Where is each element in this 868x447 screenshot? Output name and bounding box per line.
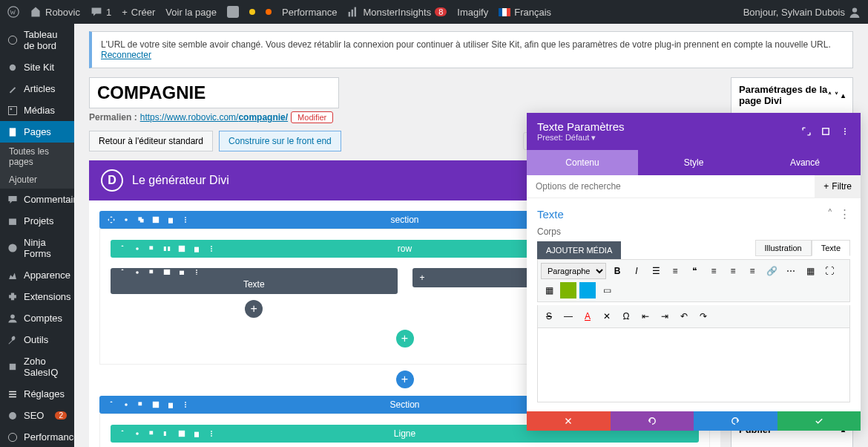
modal-header[interactable]: Texte Paramètres Preset: Défaut ▾ (527, 113, 861, 150)
align-left-icon[interactable]: ≡ (706, 263, 722, 279)
sidebar-apparence[interactable]: Apparence (0, 264, 74, 286)
table-icon[interactable]: ▦ (802, 263, 818, 279)
editor-tab-illustration[interactable]: Illustration (755, 240, 812, 256)
ul-icon[interactable]: ☰ (648, 263, 664, 279)
more-icon[interactable] (181, 400, 190, 409)
editor-tab-texte[interactable]: Texte (812, 240, 850, 256)
copy-icon[interactable] (137, 400, 145, 409)
permalink-edit-button[interactable]: Modifier (291, 111, 333, 123)
sidebar-projets[interactable]: Projets (0, 210, 74, 232)
save-button[interactable] (777, 411, 861, 431)
gear-icon[interactable] (133, 244, 142, 253)
italic-icon[interactable]: I (628, 263, 645, 279)
move-icon[interactable] (118, 429, 127, 438)
fullscreen-icon[interactable]: ⛶ (821, 263, 838, 279)
cancel-button[interactable] (527, 411, 611, 431)
ol-icon[interactable]: ≡ (667, 263, 683, 279)
special-icon[interactable]: Ω (618, 308, 634, 324)
outdent-icon[interactable]: ⇤ (637, 308, 654, 324)
more-icon[interactable] (207, 429, 216, 438)
view-page[interactable]: Voir la page (165, 7, 217, 18)
save-icon[interactable] (177, 244, 186, 253)
indent-icon[interactable]: ⇥ (657, 308, 673, 324)
color-icon[interactable] (560, 282, 576, 298)
undo-button[interactable] (611, 411, 694, 431)
sidebar-outils[interactable]: Outils (0, 329, 74, 350)
snap-icon[interactable] (821, 126, 831, 137)
link-icon[interactable]: 🔗 (763, 263, 780, 279)
editor-textarea[interactable] (537, 328, 850, 402)
copy-icon[interactable] (137, 215, 145, 224)
copy-icon[interactable] (148, 244, 157, 253)
tab-contenu[interactable]: Contenu (527, 150, 638, 175)
more-icon[interactable]: ⋮ (839, 207, 850, 221)
save-icon[interactable] (177, 429, 186, 438)
image-icon[interactable]: ▭ (599, 282, 615, 298)
redo-icon[interactable]: ↷ (695, 308, 711, 324)
site-name[interactable]: Robovic (30, 6, 80, 18)
sidebar-reglages[interactable]: Réglages (0, 383, 74, 405)
textcolor-icon[interactable]: A (579, 308, 596, 324)
undo-icon[interactable]: ↶ (676, 308, 692, 324)
back-editor-button[interactable]: Retour à l'éditeur standard (89, 131, 213, 151)
sidebar-zoho[interactable]: Zoho SalesIQ (0, 350, 74, 383)
move-icon[interactable] (118, 244, 127, 253)
tab-style[interactable]: Style (638, 150, 749, 175)
greeting[interactable]: Bonjour, Sylvain Dubois (743, 6, 861, 18)
sidebar-comptes[interactable]: Comptes (0, 307, 74, 329)
add-module-button[interactable]: + (245, 300, 263, 318)
move-icon[interactable] (107, 215, 116, 224)
sidebar-extensions[interactable]: Extensions (0, 286, 74, 307)
gear-icon[interactable] (122, 400, 131, 409)
copy-icon[interactable] (148, 429, 157, 438)
imagify-link[interactable]: Imagify (457, 7, 488, 18)
paragraph-select[interactable]: Paragraphe (541, 263, 606, 279)
color-icon[interactable] (579, 282, 596, 298)
sidebar-dashboard[interactable]: Tableau de bord (0, 24, 74, 56)
sidebar-ninja[interactable]: Ninja Forms (0, 232, 74, 264)
sidebar-media[interactable]: Médias (0, 99, 74, 121)
save-icon[interactable] (151, 215, 160, 224)
monster-insights-link[interactable]: MonsterInsights 8 (347, 6, 447, 18)
sidebar-articles[interactable]: Articles (0, 78, 74, 99)
save-icon[interactable] (151, 400, 160, 409)
more-icon[interactable]: ⋯ (783, 263, 799, 279)
hr-icon[interactable]: — (560, 308, 576, 324)
quote-icon[interactable]: ❝ (686, 263, 703, 279)
build-frontend-button[interactable]: Construire sur le front end (219, 131, 341, 151)
clear-icon[interactable]: ✕ (599, 308, 615, 324)
gear-icon[interactable] (122, 215, 131, 224)
yoast-icon[interactable] (227, 6, 239, 18)
columns-icon[interactable] (162, 244, 171, 253)
filter-button[interactable]: + Filtre (815, 175, 861, 198)
sidebar-add-page[interactable]: Ajouter (0, 171, 74, 189)
search-input[interactable] (527, 175, 815, 198)
trash-icon[interactable] (166, 400, 175, 409)
move-icon[interactable] (107, 400, 116, 409)
trash-icon[interactable] (192, 429, 201, 438)
trash-icon[interactable] (166, 215, 175, 224)
align-center-icon[interactable]: ≡ (725, 263, 741, 279)
chevron-up-icon[interactable]: ˄ (828, 91, 832, 99)
redo-button[interactable] (694, 411, 777, 431)
strike-icon[interactable]: S (541, 308, 557, 324)
permalink-link[interactable]: https://www.robovic.com/compagnie/ (140, 112, 288, 123)
sidebar-seo[interactable]: SEO2 (0, 405, 74, 426)
sidebar-comments[interactable]: Commentaires1 (0, 189, 74, 210)
tab-avance[interactable]: Avancé (749, 150, 861, 175)
page-title-input[interactable] (89, 77, 339, 108)
add-row-button[interactable]: + (396, 330, 414, 348)
wp-logo[interactable] (7, 6, 19, 18)
add-media-button[interactable]: AJOUTER MÉDIA (537, 241, 621, 259)
expand-icon[interactable] (801, 126, 812, 137)
trash-icon[interactable] (192, 244, 201, 253)
more-vertical-icon[interactable] (840, 126, 850, 137)
chevron-down-icon[interactable]: ˅ (835, 91, 838, 99)
align-right-icon[interactable]: ≡ (744, 263, 760, 279)
bold-icon[interactable]: B (609, 263, 625, 279)
toolbar-toggle-icon[interactable]: ▦ (541, 282, 557, 298)
add-section-button[interactable]: + (396, 371, 414, 388)
language-switch[interactable]: Français (499, 7, 551, 18)
performance-link[interactable]: Performance (282, 7, 337, 18)
more-icon[interactable] (181, 215, 190, 224)
